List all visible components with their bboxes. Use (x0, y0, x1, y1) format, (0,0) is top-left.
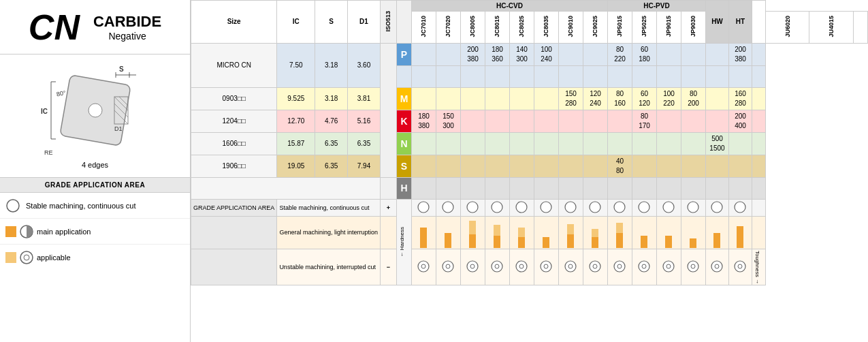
grade-jp5015: JP5015 (607, 12, 632, 44)
model-title: CN (29, 7, 80, 48)
grade-row-stable: Stable machining, continuous cut (0, 193, 190, 219)
n-jc7010 (411, 132, 436, 155)
p-jc9010 (558, 43, 583, 65)
k-jc9010 (558, 110, 583, 132)
p-jc8025: 140300 (509, 43, 534, 65)
k-jc9025 (583, 110, 607, 132)
iso513-col (380, 43, 396, 177)
svg-point-42 (492, 261, 502, 272)
ic-0903: 9.525 (277, 87, 315, 110)
mat-s-cell: S (396, 155, 411, 177)
bar-ju4015 (728, 216, 752, 249)
size-1906: 1906□□ (191, 155, 277, 177)
table-row-m: 0903□□ 9.525 3.18 3.81 M 150280 120240 8… (191, 87, 868, 110)
bar-jc9010 (558, 216, 583, 249)
n-jc8015 (485, 132, 509, 155)
main-app-icon (19, 224, 34, 239)
grade-ju6020: JU6020 (765, 12, 809, 44)
svg-point-35 (735, 202, 745, 213)
p-jc8015: 180360 (485, 43, 509, 65)
chart-stable-ju4015 (728, 199, 752, 216)
n-jp9030 (681, 132, 705, 155)
k-jc8005 (460, 110, 485, 132)
k-jp9030 (681, 110, 705, 132)
s-jp9015 (656, 155, 681, 177)
k-ju4015: 200400 (728, 110, 752, 132)
d1-1606: 6.35 (348, 132, 381, 155)
applicable-label: applicable (37, 253, 71, 262)
svg-point-38 (443, 261, 453, 272)
k-jc7020: 150300 (436, 110, 460, 132)
grade-jc7020: JC7020 (436, 12, 460, 44)
svg-point-50 (590, 261, 600, 272)
bar-jp5025 (632, 216, 656, 249)
chart-header-row: GRADE APPLICATION AREA Stable machining,… (191, 199, 868, 216)
m-jp5025: 60120 (632, 87, 656, 110)
svg-point-18 (7, 200, 19, 212)
ic-1204: 12.70 (277, 110, 315, 132)
s-jp9030 (681, 155, 705, 177)
svg-point-22 (418, 202, 429, 213)
mat-header (396, 1, 411, 44)
hw-header: HW (705, 1, 728, 44)
k-ju6020 (705, 110, 728, 132)
svg-point-23 (443, 202, 453, 213)
chart-stable-jc8005 (460, 199, 485, 216)
s-jc9025 (583, 155, 607, 177)
grade-jc8015: JC8015 (485, 12, 509, 44)
p-jp9030 (681, 43, 705, 65)
stable-icon (5, 198, 20, 213)
n-jc8035 (534, 132, 558, 155)
insert-svg: 80° IC S D1 RE (34, 63, 157, 158)
n-jp5025 (632, 132, 656, 155)
s-jc8035 (534, 155, 558, 177)
p-filler (752, 43, 765, 65)
p-jc9025 (583, 43, 607, 65)
m-ju6020 (705, 87, 728, 110)
n-jp9015 (656, 132, 681, 155)
grade-jc9010: JC9010 (558, 12, 583, 44)
s-ju4015 (728, 155, 752, 177)
micro-cn-s: 3.18 (315, 43, 348, 87)
ic-1606: 15.87 (277, 132, 315, 155)
bar-jc8025 (509, 216, 534, 249)
type-label: Negative (93, 31, 161, 42)
svg-point-32 (663, 202, 674, 213)
k-jc7010: 180380 (411, 110, 436, 132)
table-row-p: MICRO CN 7.50 3.18 3.60 P 200380 180360 … (191, 43, 868, 65)
s-jc8005 (460, 155, 485, 177)
m-jc8005 (460, 87, 485, 110)
edges-label: 4 edges (82, 161, 108, 169)
grade-jc7010: JC7010 (411, 12, 436, 44)
table-row-k: 1204□□ 12.70 4.76 5.16 K 180380 150300 8… (191, 110, 868, 132)
svg-point-56 (663, 261, 674, 272)
insert-diagram: 80° IC S D1 RE 4 edges (0, 55, 190, 177)
hc-pvd-header: HC-PVD (607, 1, 705, 12)
chart-stable-jp9015 (656, 199, 681, 216)
svg-text:RE: RE (44, 149, 53, 156)
mat-h-cell: H (396, 177, 411, 199)
k-jp5015 (607, 110, 632, 132)
m-jp9015: 100220 (656, 87, 681, 110)
bar-jp9015 (656, 216, 681, 249)
s-jc9010 (558, 155, 583, 177)
size-1204: 1204□□ (191, 110, 277, 132)
grade-application-section: GRADE APPLICATION AREA Stable machining,… (0, 177, 190, 270)
chart-stable-jc9025 (583, 199, 607, 216)
right-panel[interactable]: Size IC S D1 ISO513 HC-CVD HC-PVD HW HT (191, 0, 868, 342)
table-row-s: 1906□□ 19.05 6.35 7.94 S 4080 (191, 155, 868, 177)
h-size-span (191, 177, 381, 199)
svg-text:S: S (119, 65, 124, 73)
grade-row-applicable: applicable (0, 245, 190, 270)
svg-point-34 (711, 202, 722, 213)
grade-jp9030: JP9030 (681, 12, 705, 44)
applicable-icon (19, 250, 34, 265)
stable-label: Stable machining, continuous cut (26, 202, 135, 210)
p-ju4015: 200380 (728, 43, 752, 65)
bar-jc8005 (460, 216, 485, 249)
k-jp9015 (656, 110, 681, 132)
s-ju6020 (705, 155, 728, 177)
cursor-col (752, 1, 765, 44)
chart-stable-jc8015 (485, 199, 509, 216)
header-section: CN CARBIDE Negative (0, 0, 190, 55)
